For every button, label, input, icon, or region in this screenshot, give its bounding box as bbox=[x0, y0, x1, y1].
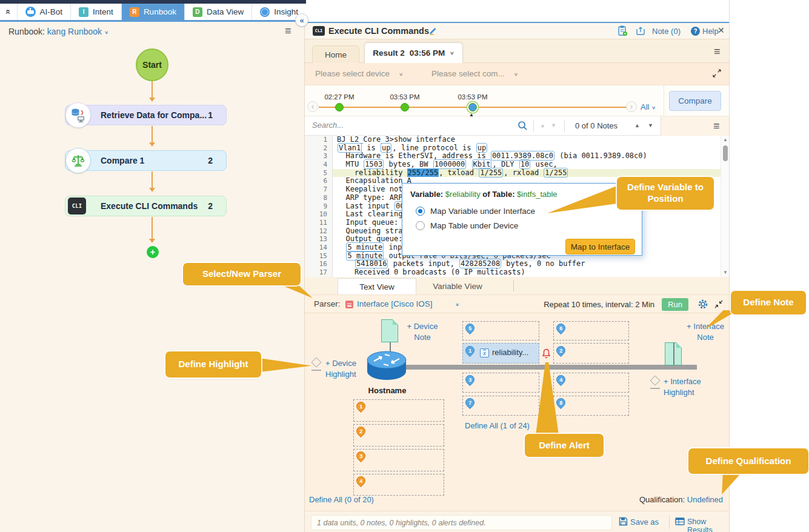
tab-result[interactable]: Result 2 03:56 PM ∨ bbox=[364, 42, 463, 63]
selected-token[interactable]: 255/255 bbox=[407, 168, 439, 177]
notes-next-icon[interactable]: ▼ bbox=[648, 122, 653, 128]
variable-slot[interactable]: 5 bbox=[462, 321, 539, 341]
variable-slot[interactable]: 4 bbox=[553, 373, 629, 393]
code-text: Last input bbox=[337, 202, 394, 210]
interface-highlight-icon[interactable] bbox=[650, 376, 661, 386]
alert-bell-icon[interactable] bbox=[541, 348, 551, 360]
device-slot[interactable]: 4 bbox=[353, 474, 444, 496]
tab-runbook[interactable]: R Runbook bbox=[121, 4, 184, 20]
collapse-parser-icon[interactable] bbox=[714, 300, 723, 311]
variable-slot[interactable]: 8 bbox=[553, 396, 629, 416]
collapse-tabs-icon[interactable]: « bbox=[0, 4, 17, 20]
search-icon[interactable] bbox=[517, 120, 528, 134]
export-icon[interactable] bbox=[636, 26, 645, 38]
note-count-button[interactable]: Note (0) bbox=[652, 27, 681, 36]
radio-selected-icon[interactable] bbox=[416, 207, 425, 216]
report-icon[interactable] bbox=[618, 25, 628, 39]
device-slot[interactable]: 3 bbox=[353, 449, 444, 471]
close-icon[interactable]: ✕ bbox=[717, 25, 725, 35]
parsed-token[interactable]: 10 bbox=[519, 159, 530, 169]
show-results-button[interactable]: Show Results bbox=[687, 517, 729, 532]
output-menu-icon[interactable]: ≡ bbox=[713, 121, 720, 131]
parsed-token[interactable]: 1000000 bbox=[433, 159, 467, 169]
line-number: 8 bbox=[305, 194, 333, 202]
tab-home[interactable]: Home bbox=[312, 45, 359, 63]
radio-map-table-under-device[interactable]: Map Table under Device bbox=[416, 221, 518, 230]
define-all-device-link[interactable]: Define All (0 of 20) bbox=[309, 495, 374, 504]
tab-intent[interactable]: I Intent bbox=[70, 4, 121, 20]
timeline-prev-icon[interactable]: ‹ bbox=[307, 101, 318, 112]
tab-variable-view[interactable]: Variable View bbox=[421, 278, 494, 294]
selector-row: Please select device ∨ Please select com… bbox=[305, 63, 729, 85]
expand-icon[interactable] bbox=[713, 69, 721, 80]
command-select[interactable]: Please select com... ∨ bbox=[431, 69, 518, 78]
notes-prev-icon[interactable]: ▲ bbox=[634, 122, 640, 128]
top-tab-bar: « AI-Bot I Intent R Runbook D Data View … bbox=[0, 4, 306, 22]
repeat-settings: Repeat 10 times, interval: 2 Min bbox=[521, 300, 654, 309]
tab-text-view[interactable]: Text View bbox=[338, 278, 416, 294]
search-next-icon[interactable]: ▼ bbox=[551, 122, 556, 128]
runbook-name[interactable]: kang Runbook bbox=[47, 27, 102, 36]
add-interface-note[interactable]: + Interface Note bbox=[684, 321, 727, 343]
variable-slot[interactable]: 2 bbox=[553, 343, 629, 364]
code-text: , rxload bbox=[504, 168, 543, 177]
tab-data-view[interactable]: D Data View bbox=[184, 4, 251, 20]
parser-select[interactable]: Interface [Cisco IOS] bbox=[357, 299, 433, 308]
line-number: 17 bbox=[305, 268, 333, 277]
flow-start-node[interactable]: Start bbox=[136, 48, 168, 81]
scrollbar[interactable]: ▲ ▼ bbox=[721, 136, 729, 277]
radio-map-variable-under-interface[interactable]: Map Variable under Interface bbox=[416, 207, 535, 216]
add-device-note[interactable]: + Device Note bbox=[401, 321, 444, 343]
help-button[interactable]: Help bbox=[702, 27, 719, 36]
save-icon[interactable] bbox=[619, 517, 628, 528]
device-slot[interactable]: 2 bbox=[353, 424, 444, 447]
search-prev-icon[interactable]: ▲ bbox=[540, 122, 545, 128]
parsed-token[interactable]: 1/255 bbox=[479, 168, 503, 178]
timeline-dot[interactable] bbox=[335, 103, 344, 111]
runbook-menu-icon[interactable]: ≡ bbox=[285, 25, 291, 36]
add-interface-highlight[interactable]: + Interface Highlight bbox=[664, 376, 708, 398]
add-device-highlight[interactable]: + Device Highlight bbox=[325, 358, 365, 380]
compare-button[interactable]: Compare bbox=[669, 91, 721, 111]
collapse-panel-button[interactable]: « bbox=[295, 13, 308, 27]
parsed-token[interactable]: 1/255 bbox=[544, 168, 568, 178]
gear-icon[interactable] bbox=[697, 298, 709, 313]
define-all-interface-link[interactable]: Define All (1 of 24) bbox=[465, 421, 530, 430]
scroll-up-icon[interactable]: ▲ bbox=[723, 137, 728, 142]
variable-slot[interactable]: 6 bbox=[553, 321, 629, 341]
scroll-thumb[interactable] bbox=[723, 145, 728, 161]
qualification-value-link[interactable]: Undefined bbox=[687, 495, 723, 504]
compare-icon bbox=[65, 148, 91, 173]
panel-title: Execute CLI Commands bbox=[328, 26, 429, 36]
timeline-dot-selected[interactable] bbox=[468, 103, 477, 111]
timeline-dot[interactable] bbox=[401, 103, 409, 111]
timeline-next-icon[interactable]: › bbox=[626, 101, 637, 112]
scroll-down-icon[interactable]: ▼ bbox=[723, 270, 728, 275]
timeline-filter-select[interactable]: All ∨ bbox=[641, 102, 656, 111]
tab-menu-icon[interactable]: ≡ bbox=[714, 46, 721, 57]
search-input[interactable]: Search... bbox=[312, 121, 344, 130]
variable-slot[interactable]: 3 bbox=[462, 373, 539, 393]
tab-ai-bot[interactable]: AI-Bot bbox=[17, 4, 71, 20]
help-icon[interactable]: ? bbox=[691, 27, 700, 36]
variable-slot-filled[interactable]: 1 x reliability... bbox=[462, 343, 539, 364]
edit-title-icon[interactable] bbox=[428, 26, 438, 38]
save-as-button[interactable]: Save as bbox=[630, 517, 659, 527]
chevron-down-icon[interactable]: ∨ bbox=[455, 302, 459, 307]
runbook-header[interactable]: Runbook: kang Runbook ∨ bbox=[8, 27, 108, 36]
parsed-token[interactable]: 5418016 bbox=[355, 259, 388, 268]
device-highlight-icon[interactable] bbox=[311, 357, 322, 368]
run-button[interactable]: Run bbox=[662, 298, 688, 311]
device-note-icon[interactable] bbox=[381, 319, 398, 342]
show-results-icon[interactable] bbox=[675, 517, 685, 528]
device-select[interactable]: Please select device ∨ bbox=[315, 69, 403, 78]
radio-icon[interactable] bbox=[416, 221, 425, 230]
device-slot[interactable]: 1 bbox=[353, 399, 444, 422]
parsed-token[interactable]: 1503 bbox=[364, 159, 384, 169]
add-step-button[interactable]: + bbox=[147, 246, 159, 258]
map-to-interface-button[interactable]: Map to Interface bbox=[565, 239, 635, 254]
router-icon[interactable] bbox=[365, 344, 408, 384]
flow-step-execute-cli[interactable]: Execute CLI Commands 2 bbox=[65, 196, 227, 216]
variable-slot[interactable]: 7 bbox=[462, 396, 539, 416]
parsed-token[interactable]: 428285208 bbox=[459, 259, 501, 268]
